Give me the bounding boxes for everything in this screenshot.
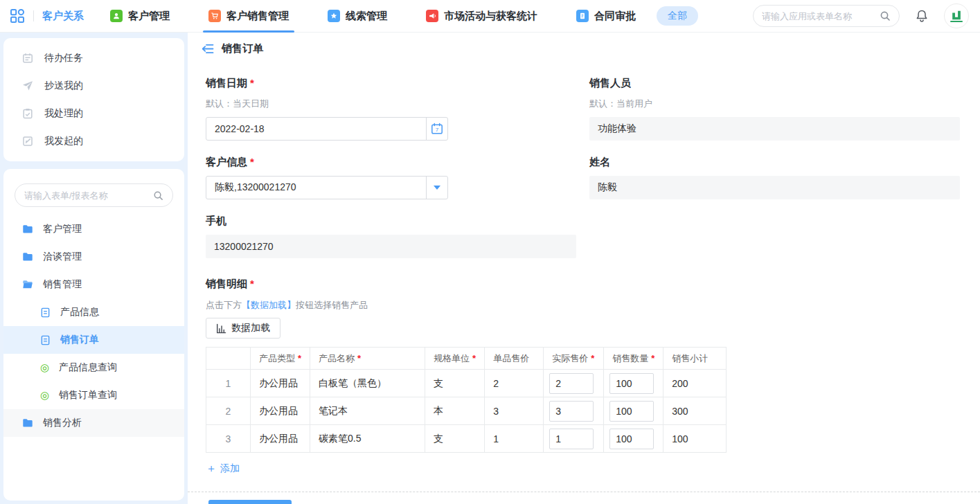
tab-customer-sales-mgmt[interactable]: 客户销售管理 <box>208 0 289 33</box>
sidebar-item-cc-to-me[interactable]: 抄送我的 <box>3 72 184 100</box>
tab-label: 客户管理 <box>128 10 170 23</box>
field-label: 客户信息* <box>206 156 576 169</box>
cell-unit-price: 3 <box>485 397 544 425</box>
sidebar-item-label: 我发起的 <box>44 135 83 147</box>
tree-item-label: 客户管理 <box>43 223 82 235</box>
tree-item-label: 产品信息查询 <box>59 361 117 374</box>
cell-product-type: 办公用品 <box>251 397 310 425</box>
col-unit-price: 单品售价 <box>485 348 544 370</box>
form-doc-icon <box>40 335 51 345</box>
field-label: 销售日期* <box>206 77 576 90</box>
field-label: 销售明细* <box>206 278 961 291</box>
main-panel: 销售订单 销售日期* 默认：当天日期 7 销售人员 <box>188 33 980 504</box>
row-number: 3 <box>206 425 251 453</box>
date-input-group: 7 <box>206 117 448 141</box>
nav-divider <box>33 10 34 21</box>
paper-plane-icon <box>22 80 33 91</box>
clipboard-check-icon <box>22 108 33 119</box>
tab-customer-mgmt[interactable]: 客户管理 <box>110 0 170 33</box>
folder-open-icon <box>22 279 33 290</box>
tab-label: 客户销售管理 <box>226 10 289 23</box>
search-icon[interactable] <box>153 190 163 201</box>
sidebar-item-initiated-by-me[interactable]: 我发起的 <box>3 127 184 155</box>
actual-price-input[interactable] <box>549 401 594 422</box>
tab-lead-mgmt[interactable]: 线索管理 <box>328 0 387 33</box>
field-mobile: 手机 13200021270 <box>206 215 576 258</box>
folder-icon <box>22 224 33 235</box>
form-search-box[interactable] <box>15 183 173 207</box>
quick-links-card: 待办任务 抄送我的 我处理的 我发起的 <box>3 38 184 161</box>
page-title: 销售订单 <box>222 42 263 55</box>
sidebar-item-label: 抄送我的 <box>44 80 83 92</box>
user-icon <box>110 10 123 22</box>
add-row-button[interactable]: ＋ 添加 <box>206 462 240 475</box>
todo-calendar-icon <box>22 53 33 64</box>
cell-product-type: 办公用品 <box>251 425 310 453</box>
bell-icon[interactable] <box>915 9 929 23</box>
actual-price-input[interactable] <box>549 373 594 394</box>
search-icon[interactable] <box>880 10 891 21</box>
tree-folder-customer-mgmt[interactable]: 客户管理 <box>3 215 184 243</box>
row-number: 2 <box>206 397 251 425</box>
tab-marketing-stats[interactable]: 市场活动与获客统计 <box>426 0 537 33</box>
sales-qty-input[interactable] <box>609 373 654 394</box>
add-row-label: 添加 <box>220 462 240 475</box>
collapse-back-icon[interactable] <box>202 44 214 54</box>
form-tree-card: 客户管理 洽谈管理 销售管理 产品信息 <box>3 169 184 501</box>
sales-qty-input[interactable] <box>609 429 654 449</box>
detail-hint: 点击下方【数据加载】按钮选择销售产品 <box>206 299 961 312</box>
tree-form-product-info[interactable]: 产品信息 <box>3 298 184 326</box>
app-search-input[interactable] <box>762 11 874 21</box>
data-load-button[interactable]: 数据加载 <box>206 318 280 339</box>
tree-folder-sales-mgmt[interactable]: 销售管理 <box>3 271 184 298</box>
cell-product-name: 笔记本 <box>310 397 425 425</box>
tree-item-label: 销售订单查询 <box>59 389 117 402</box>
mobile-value: 13200021270 <box>206 235 576 258</box>
col-spec-unit: 规格单位* <box>425 348 485 370</box>
field-label: 销售人员 <box>589 77 960 90</box>
form-search-input[interactable] <box>24 190 148 201</box>
cell-product-name: 碳素笔0.5 <box>310 425 425 453</box>
table-row: 1 办公用品 白板笔（黑色） 支 2 200 <box>206 370 727 397</box>
sidebar-item-todo-tasks[interactable]: 待办任务 <box>3 44 184 72</box>
sidebar-item-handled-by-me[interactable]: 我处理的 <box>3 100 184 127</box>
name-value: 陈毅 <box>589 176 960 199</box>
megaphone-icon <box>426 10 438 22</box>
tree-folder-negotiation-mgmt[interactable]: 洽谈管理 <box>3 243 184 271</box>
actual-price-input[interactable] <box>549 429 594 449</box>
table-header-row: 产品类型* 产品名称* 规格单位* 单品售价 实际售价* 销售数量* 销售小计 <box>206 348 727 370</box>
submit-button[interactable]: 提交 <box>208 500 292 504</box>
workspace-title[interactable]: 客户关系 <box>42 10 84 23</box>
org-avatar[interactable] <box>944 3 969 28</box>
tree-item-label: 销售分析 <box>43 417 82 429</box>
sales-qty-input[interactable] <box>609 401 654 422</box>
sale-date-input[interactable] <box>206 118 426 140</box>
tree-item-label: 产品信息 <box>60 306 99 318</box>
customer-select[interactable] <box>206 176 448 199</box>
select-dropdown-addon[interactable] <box>426 177 447 199</box>
tree-folder-sales-analysis[interactable]: 销售分析 <box>3 409 184 437</box>
cell-subtotal: 200 <box>663 370 727 397</box>
field-label: 姓名 <box>589 156 960 169</box>
data-load-hint-link[interactable]: 【数据加载】 <box>242 300 296 310</box>
tab-label: 合同审批 <box>594 10 636 23</box>
sidebar: 待办任务 抄送我的 我处理的 我发起的 <box>0 33 188 504</box>
top-nav: 客户关系 客户管理 客户销售管理 线索管理 市场活动与获客统计 <box>0 0 980 33</box>
tree-query-sales-order[interactable]: ◎ 销售订单查询 <box>3 381 184 409</box>
all-apps-button[interactable]: 全部 <box>657 6 698 26</box>
calendar-addon[interactable]: 7 <box>426 118 447 140</box>
tree-form-sales-order[interactable]: 销售订单 <box>3 326 184 354</box>
folder-icon <box>22 251 33 262</box>
query-target-icon: ◎ <box>40 390 49 401</box>
doc-edit-icon <box>22 136 33 147</box>
customer-select-value[interactable] <box>206 177 426 199</box>
app-search-box[interactable] <box>753 5 900 27</box>
field-label: 手机 <box>206 215 576 228</box>
tab-contract-approval[interactable]: 合同审批 <box>576 0 636 33</box>
apps-grid-icon[interactable] <box>10 8 25 24</box>
salesperson-value: 功能体验 <box>589 117 960 141</box>
col-actual-price: 实际售价* <box>544 348 604 370</box>
tree-query-product-info[interactable]: ◎ 产品信息查询 <box>3 354 184 381</box>
field-sale-date: 销售日期* 默认：当天日期 7 <box>206 77 576 141</box>
table-row: 2 办公用品 笔记本 本 3 300 <box>206 397 727 425</box>
